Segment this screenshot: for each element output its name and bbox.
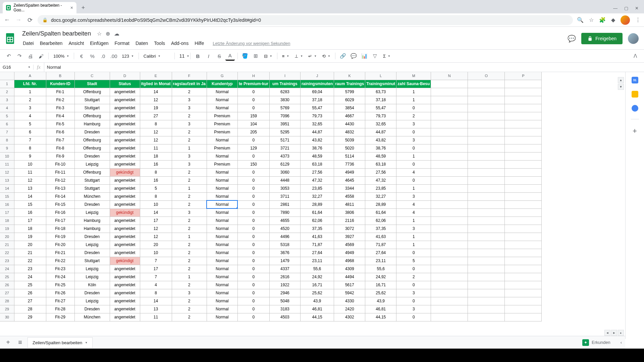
cell[interactable]: angemeldet [110,305,140,313]
cell[interactable] [468,168,505,176]
percent-button[interactable]: % [88,51,97,61]
cell[interactable]: 0 [237,88,269,96]
new-tab-button[interactable]: + [78,3,88,12]
filter-button[interactable]: ▽ [370,51,380,61]
cell[interactable]: 47,32 [365,176,396,184]
cell[interactable]: Normal [207,305,237,313]
font-size-select[interactable]: 11 [177,53,187,59]
cell[interactable]: angemeldet [110,112,140,120]
cell[interactable]: 29 [14,313,46,321]
cell[interactable]: 26 [14,289,46,297]
cell[interactable]: Premium [207,144,237,152]
row-header[interactable]: 29 [0,305,14,313]
cell[interactable]: Kundentyp [207,80,237,88]
cell[interactable] [505,96,542,104]
cell[interactable]: 37,35 [365,225,396,233]
minimize-icon[interactable]: — [613,6,618,11]
cell[interactable] [468,257,505,265]
cell[interactable]: te Premium-kur [237,80,269,88]
column-header[interactable]: P [505,72,542,80]
cell[interactable]: 25,62 [300,289,334,297]
cell[interactable] [431,200,468,208]
cell[interactable]: Normal [207,192,237,200]
cell[interactable] [468,200,505,208]
cell[interactable]: Normal [207,104,237,112]
cell[interactable]: Stuttgart [74,184,110,192]
cell[interactable] [431,88,468,96]
cell[interactable] [505,104,542,112]
cell[interactable]: 27,64 [365,249,396,257]
cell[interactable]: 0 [396,265,431,273]
cell[interactable] [505,313,542,321]
print-button[interactable]: 🖨 [25,51,35,61]
row-header[interactable]: 11 [0,160,14,168]
cell[interactable]: 5171 [269,136,300,144]
cell[interactable]: 6129 [269,160,300,168]
cell[interactable]: 5942 [334,289,365,297]
cell[interactable]: Offenburg [74,112,110,120]
cell[interactable]: 8 [140,192,172,200]
cell[interactable]: 27,64 [300,249,334,257]
cell[interactable]: Dresden [74,233,110,241]
cell[interactable]: 55,6 [365,265,396,273]
cell[interactable]: 14 [14,192,46,200]
cell[interactable]: 0 [237,217,269,225]
cell[interactable]: 3721 [269,144,300,152]
cell[interactable]: 0 [396,176,431,184]
formula-input[interactable]: Normal [44,65,644,70]
cell[interactable]: 1 [172,144,207,152]
cell[interactable] [468,225,505,233]
cell[interactable]: Fit-5 [46,120,74,128]
cell[interactable] [505,112,542,120]
cell[interactable]: 10 [14,160,46,168]
cell[interactable] [468,233,505,241]
star-doc-icon[interactable]: ☆ [97,31,102,37]
cell[interactable]: 4373 [269,152,300,160]
row-header[interactable]: 5 [0,112,14,120]
cell[interactable] [431,144,468,152]
cell[interactable]: 1922 [269,281,300,289]
cell[interactable]: 0 [396,297,431,305]
cell[interactable] [468,192,505,200]
cell[interactable] [468,96,505,104]
cell[interactable]: angemeldet [110,273,140,281]
cell[interactable]: München [74,192,110,200]
cell[interactable]: 1 [172,233,207,241]
cell[interactable]: Fit-2 [46,96,74,104]
cell[interactable] [505,136,542,144]
row-header[interactable]: 4 [0,104,14,112]
cell[interactable]: 0 [237,225,269,233]
cell[interactable]: 4949 [334,168,365,176]
row-header[interactable]: 14 [0,184,14,192]
cell[interactable]: 5318 [269,241,300,249]
cell[interactable]: 5 [140,184,172,192]
cell[interactable]: 2 [172,305,207,313]
cell[interactable]: angemeldet [110,88,140,96]
sheet-tab[interactable]: Zeilen/Spalten bearbeiten [28,337,93,348]
cell[interactable]: 3 [396,192,431,200]
cell[interactable]: 3 [396,225,431,233]
cell[interactable]: Stuttgart [74,176,110,184]
cell[interactable]: 4 [140,281,172,289]
cell[interactable]: 12 [14,176,46,184]
cell[interactable]: Leipzig [74,273,110,281]
cell[interactable]: raum Trainings [334,80,365,88]
paint-format-button[interactable]: 🖌 [36,51,46,61]
cell[interactable] [468,136,505,144]
cell[interactable] [505,217,542,225]
cell[interactable]: 1 [172,273,207,281]
cell[interactable]: 2 [172,313,207,321]
cell[interactable] [505,225,542,233]
cell[interactable]: 17 [140,265,172,273]
cloud-status-icon[interactable]: ☁ [114,31,119,37]
cell[interactable]: angemeldet [110,249,140,257]
cell[interactable] [431,160,468,168]
cell[interactable]: 3 [172,208,207,217]
cell[interactable] [505,128,542,136]
cell[interactable]: 0 [237,200,269,208]
cell[interactable] [505,144,542,152]
cell[interactable]: angemeldet [110,281,140,289]
cell[interactable]: 0 [237,104,269,112]
cell[interactable]: 2 [172,136,207,144]
sheet-scroll[interactable]: ◄►▸ [604,330,624,336]
